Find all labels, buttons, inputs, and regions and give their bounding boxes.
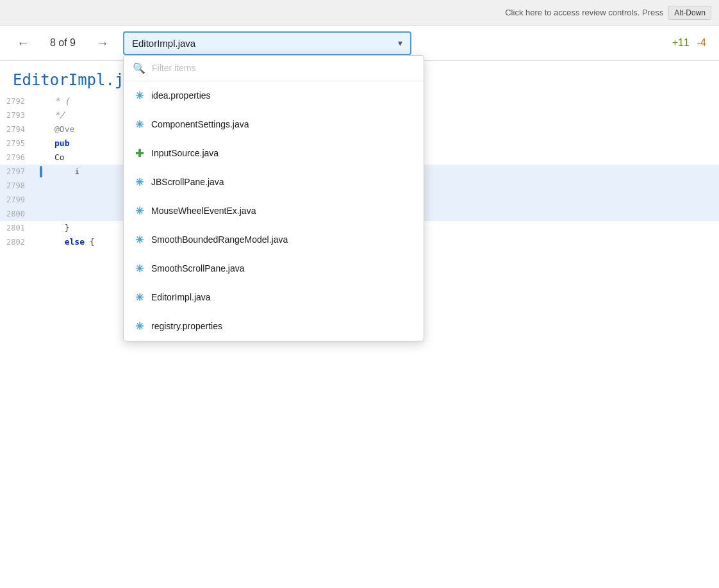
item-label: ComponentSettings.java	[151, 119, 249, 129]
item-label: EditorImpl.java	[151, 292, 211, 302]
star-icon: ✳	[135, 234, 144, 246]
line-number: 2798	[0, 179, 35, 193]
item-label: SmoothBoundedRangeModel.java	[151, 234, 288, 245]
line-code: }	[47, 221, 69, 235]
item-label: MouseWheelEventEx.java	[151, 206, 256, 216]
lines-added: +11	[672, 37, 690, 49]
list-item[interactable]: ✳ JBScrollPane.java	[124, 168, 424, 197]
selected-file-label: EditorImpl.java	[132, 38, 195, 49]
line-number: 2794	[0, 122, 35, 136]
review-controls-text: Click here to access review controls. Pr…	[505, 8, 663, 17]
list-item[interactable]: ✳ idea.properties	[124, 81, 424, 110]
star-icon: ✳	[135, 291, 144, 304]
star-icon: ✳	[135, 90, 144, 102]
navigation-bar: ← 8 of 9 → EditorImpl.java ▾ 🔍 ✳ idea.pr…	[0, 26, 719, 61]
file-dropdown-menu: 🔍 ✳ idea.properties ✳ ComponentSettings.…	[123, 55, 424, 341]
line-number: 2801	[0, 221, 35, 235]
line-code: */	[47, 108, 65, 122]
list-item[interactable]: ✳ ComponentSettings.java	[124, 110, 424, 139]
line-number: 2793	[0, 108, 35, 122]
line-gutter	[35, 166, 47, 177]
file-dropdown-trigger[interactable]: EditorImpl.java ▾	[123, 31, 411, 55]
list-item[interactable]: ✳ MouseWheelEventEx.java	[124, 197, 424, 225]
chevron-down-icon: ▾	[398, 38, 402, 48]
item-label: JBScrollPane.java	[151, 177, 224, 187]
search-icon: 🔍	[133, 62, 145, 74]
top-bar: Click here to access review controls. Pr…	[0, 0, 719, 26]
list-item[interactable]: ✳ EditorImpl.java	[124, 283, 424, 312]
diff-stats: +11 -4	[672, 37, 706, 49]
plus-icon: ✚	[135, 147, 144, 159]
line-number: 2797	[0, 165, 35, 179]
file-dropdown[interactable]: EditorImpl.java ▾ 🔍 ✳ idea.properties ✳ …	[123, 31, 411, 55]
item-label: idea.properties	[151, 90, 211, 101]
list-item[interactable]: ✳ registry.properties	[124, 312, 424, 341]
prev-file-button[interactable]: ←	[13, 33, 33, 53]
file-counter: 8 of 9	[44, 37, 82, 49]
line-number: 2795	[0, 136, 35, 151]
next-file-button[interactable]: →	[92, 33, 113, 53]
star-icon: ✳	[135, 176, 144, 188]
list-item[interactable]: ✳ SmoothScrollPane.java	[124, 254, 424, 283]
dropdown-search-container: 🔍	[124, 56, 424, 81]
line-code: pub	[47, 136, 69, 151]
line-number: 2792	[0, 94, 35, 108]
item-label: registry.properties	[151, 321, 222, 331]
star-icon: ✳	[135, 118, 144, 131]
filter-input[interactable]	[152, 63, 415, 73]
line-number: 2800	[0, 207, 35, 221]
list-item[interactable]: ✚ InputSource.java	[124, 139, 424, 168]
list-item[interactable]: ✳ SmoothBoundedRangeModel.java	[124, 225, 424, 254]
line-number: 2799	[0, 193, 35, 207]
line-number: 2796	[0, 151, 35, 165]
line-code: else {	[47, 235, 95, 249]
star-icon: ✳	[135, 205, 144, 217]
star-icon: ✳	[135, 320, 144, 332]
item-label: InputSource.java	[151, 148, 219, 158]
line-number: 2802	[0, 235, 35, 249]
line-code: @Ove	[47, 122, 74, 136]
star-icon: ✳	[135, 263, 144, 275]
alt-down-button[interactable]: Alt-Down	[668, 6, 711, 20]
item-label: SmoothScrollPane.java	[151, 263, 245, 274]
lines-removed: -4	[697, 37, 706, 49]
